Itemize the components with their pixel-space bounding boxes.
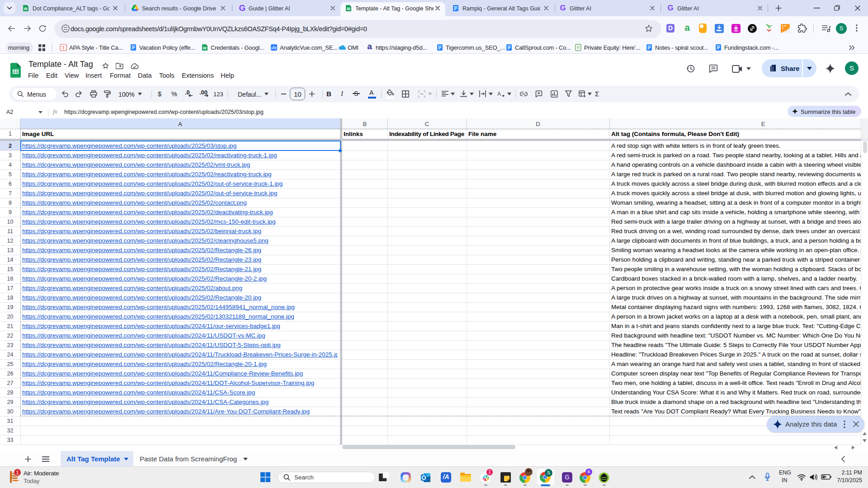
svg-text:A: A [497, 91, 501, 97]
svg-text:T: T [62, 45, 65, 50]
